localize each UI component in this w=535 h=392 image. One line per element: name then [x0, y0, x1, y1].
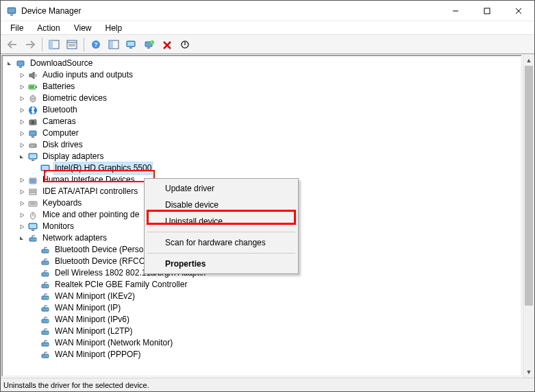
disable-button[interactable]: [177, 36, 193, 53]
category-label: Audio inputs and outputs: [41, 69, 134, 81]
device-network[interactable]: WAN Miniport (Network Monitor): [3, 337, 521, 349]
network-icon: [40, 327, 51, 336]
category-label: Display adapters: [41, 151, 105, 162]
menu-scan-hardware[interactable]: Scan for hardware changes: [146, 234, 297, 251]
category-biometric[interactable]: Biometric devices: [3, 93, 521, 104]
category-cameras[interactable]: Cameras: [3, 116, 521, 127]
expander-icon[interactable]: [18, 175, 27, 185]
menu-uninstall-device[interactable]: Uninstall device: [146, 213, 297, 230]
menu-properties[interactable]: Properties: [146, 256, 297, 272]
network-icon: [40, 350, 51, 360]
category-bluetooth[interactable]: Bluetooth: [3, 104, 521, 116]
network-icon: [27, 234, 38, 243]
window-title: Device Manager: [21, 6, 440, 16]
expander-icon[interactable]: [18, 82, 27, 92]
monitor-icon: [40, 164, 51, 173]
disk-icon: [27, 140, 38, 150]
device-network[interactable]: WAN Miniport (IP): [3, 302, 521, 314]
help-button[interactable]: ?: [88, 36, 104, 53]
network-icon: [40, 315, 51, 325]
menu-update-driver[interactable]: Update driver: [146, 180, 297, 197]
category-display[interactable]: Display adapters: [3, 151, 521, 162]
device-network[interactable]: WAN Miniport (L2TP): [3, 326, 521, 337]
menu-action[interactable]: Action: [30, 22, 66, 34]
device-network[interactable]: Realtek PCIe GBE Family Controller: [3, 279, 521, 291]
show-hide-tree-button[interactable]: [46, 36, 62, 53]
category-label: Keyboards: [41, 197, 83, 209]
close-button[interactable]: [503, 1, 534, 21]
main-area: DownloadSource Audio inputs and outputs …: [1, 54, 534, 378]
expander-icon[interactable]: [18, 152, 27, 162]
expander-icon[interactable]: [18, 222, 27, 232]
scroll-thumb[interactable]: [525, 66, 533, 306]
network-icon: [40, 269, 51, 278]
scroll-down-icon[interactable]: ▼: [523, 366, 534, 378]
device-intel-hd-graphics[interactable]: Intel(R) HD Graphics 5500: [3, 162, 521, 174]
expander-icon[interactable]: [18, 199, 27, 208]
device-label: WAN Miniport (IKEv2): [53, 291, 136, 302]
category-label: Cameras: [41, 116, 77, 127]
expander-icon[interactable]: [18, 210, 27, 220]
category-label: Monitors: [41, 221, 75, 232]
scroll-track[interactable]: [523, 66, 534, 366]
minimize-button[interactable]: [440, 1, 471, 21]
expander-icon[interactable]: [18, 129, 27, 138]
menu-disable-device[interactable]: Disable device: [146, 197, 297, 213]
device-network[interactable]: WAN Miniport (IPv6): [3, 314, 521, 326]
status-text: Uninstalls the driver for the selected d…: [3, 381, 149, 389]
network-icon: [40, 280, 51, 290]
back-button[interactable]: [4, 36, 21, 53]
menu-file[interactable]: File: [3, 22, 30, 34]
uninstall-button[interactable]: [159, 36, 175, 53]
device-network[interactable]: WAN Miniport (PPPOF): [3, 349, 521, 360]
expander-icon[interactable]: [18, 140, 27, 150]
computer-icon: [27, 129, 38, 138]
vertical-scrollbar[interactable]: ▲ ▼: [523, 54, 534, 378]
action-icon-button[interactable]: [105, 36, 122, 53]
app-icon: [6, 5, 17, 16]
keyboard-icon: [27, 199, 38, 208]
menu-view[interactable]: View: [67, 22, 99, 34]
device-label: WAN Miniport (Network Monitor): [53, 337, 174, 349]
network-icon: [40, 257, 51, 267]
device-network[interactable]: WAN Miniport (IKEv2): [3, 291, 521, 302]
expander-icon[interactable]: [18, 94, 27, 103]
speaker-icon: [27, 71, 38, 80]
menubar: File Action View Help: [1, 21, 534, 35]
network-icon: [40, 292, 51, 302]
category-label: Batteries: [41, 81, 76, 93]
forward-button[interactable]: [22, 36, 38, 53]
scroll-up-icon[interactable]: ▲: [523, 54, 534, 66]
expander-icon[interactable]: [18, 71, 27, 80]
expander-icon[interactable]: [18, 106, 27, 115]
category-label: IDE ATA/ATAPI controllers: [41, 186, 139, 197]
monitor-icon: [27, 222, 38, 232]
svg-text:↻: ↻: [151, 40, 153, 45]
maximize-button[interactable]: [471, 1, 503, 21]
device-label: WAN Miniport (PPPOF): [53, 349, 142, 360]
category-batteries[interactable]: Batteries: [3, 81, 521, 93]
expander-icon[interactable]: [18, 234, 27, 243]
root-node[interactable]: DownloadSource: [3, 58, 521, 69]
separator: [147, 253, 295, 254]
network-icon: [40, 304, 51, 313]
scan-hardware-button[interactable]: ↻: [141, 36, 158, 53]
computer-icon: [15, 59, 26, 69]
bluetooth-icon: [27, 106, 38, 115]
device-label: WAN Miniport (L2TP): [53, 326, 134, 337]
statusbar: Uninstalls the driver for the selected d…: [1, 378, 534, 391]
category-audio[interactable]: Audio inputs and outputs: [3, 69, 521, 81]
ide-icon: [27, 187, 38, 197]
category-diskdrives[interactable]: Disk drives: [3, 139, 521, 151]
expander-icon[interactable]: [18, 187, 27, 197]
expander-icon[interactable]: [18, 117, 27, 127]
device-label: Intel(R) HD Graphics 5500: [53, 162, 153, 175]
menu-help[interactable]: Help: [99, 22, 129, 34]
hid-icon: [27, 175, 38, 185]
expander-icon[interactable]: [5, 59, 15, 69]
svg-rect-42: [110, 41, 113, 48]
category-computer[interactable]: Computer: [3, 127, 521, 139]
update-driver-button[interactable]: [123, 36, 140, 53]
properties-button[interactable]: [64, 36, 80, 53]
network-icon: [40, 339, 51, 348]
